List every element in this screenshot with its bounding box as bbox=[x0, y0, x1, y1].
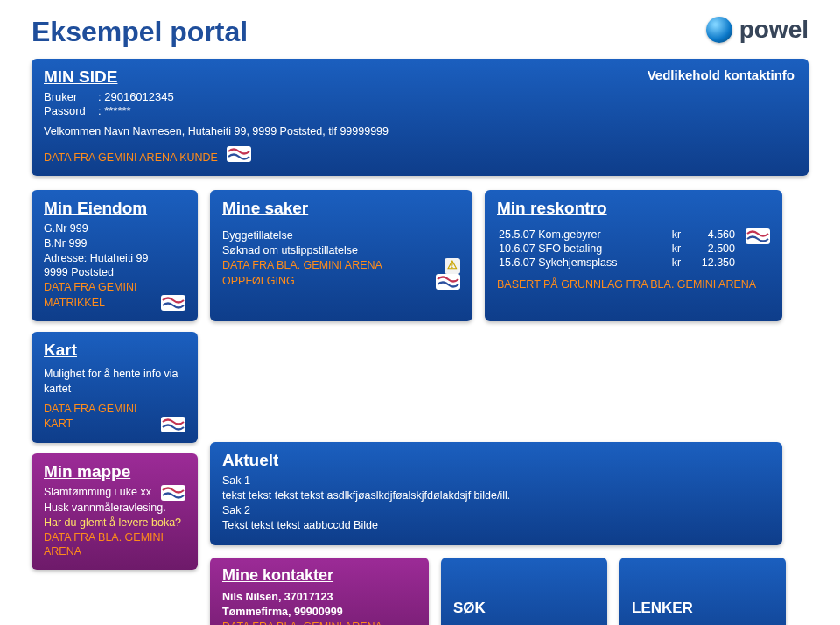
velkommen-text: Velkommen Navn Navnesen, Hutaheiti 99, 9… bbox=[44, 124, 796, 139]
brand-logo: powel bbox=[706, 16, 808, 44]
aktuelt-sak2: Sak 2 bbox=[222, 503, 770, 518]
passord-value: : ****** bbox=[98, 104, 131, 117]
saker-src: DATA FRA BLA. GEMINI ARENA bbox=[222, 258, 382, 273]
sok-label: SØK bbox=[453, 600, 486, 617]
panel-reskontro: Min reskontro 25.5.07 Kom.gebyrerkr4.560… bbox=[485, 190, 782, 321]
saker-l2: Søknad om utslippstillatelse bbox=[222, 243, 460, 258]
vedlikehold-link[interactable]: Vedlikehold kontaktinfo bbox=[648, 67, 794, 82]
panel-eiendom: Min Eiendom G.Nr 999 B.Nr 999 Adresse: H… bbox=[32, 190, 198, 321]
kontakt-1: Nils Nilsen, 37017123 bbox=[222, 590, 416, 605]
wave-icon bbox=[161, 417, 186, 432]
panel-sok[interactable]: SØK bbox=[441, 558, 607, 625]
table-row: 25.5.07 Kom.gebyrerkr4.560 bbox=[499, 228, 735, 241]
kontakter-title[interactable]: Mine kontakter bbox=[222, 566, 416, 585]
aktuelt-s2-text: Tekst tekst tekst aabbccdd bbox=[222, 519, 351, 531]
minside-source: DATA FRA GEMINI ARENA KUNDE bbox=[44, 151, 218, 164]
aktuelt-s1-text: tekst tekst tekst tekst asdlkfjøaslkdjfø… bbox=[222, 489, 471, 502]
kontakt-2: Tømmefirma, 99900999 bbox=[222, 605, 416, 620]
saker-opp: OPPFØLGING bbox=[222, 274, 295, 289]
eiendom-gnr: G.Nr 999 bbox=[44, 221, 186, 236]
panel-aktuelt: Aktuelt Sak 1 tekst tekst tekst tekst as… bbox=[210, 442, 782, 545]
panel-kontakter: Mine kontakter Nils Nilsen, 37017123 Tøm… bbox=[210, 558, 429, 625]
reskontro-src: BASERT PÅ GRUNNLAG FRA BLA. GEMINI ARENA bbox=[497, 277, 770, 292]
sphere-icon bbox=[706, 17, 732, 43]
reskontro-title[interactable]: Min reskontro bbox=[497, 199, 770, 218]
aktuelt-s1-right: bilde/ill. bbox=[474, 489, 511, 502]
wave-icon bbox=[746, 228, 770, 244]
kart-src2: KART bbox=[44, 417, 73, 432]
table-row: 10.6.07 SFO betalingkr2.500 bbox=[499, 242, 735, 255]
table-row: 15.6.07 Sykehjemsplasskr12.350 bbox=[499, 256, 735, 269]
eiendom-adresse: Adresse: Hutaheiti 99 bbox=[44, 251, 186, 266]
kart-desc: Mulighet for å hente info via kartet bbox=[44, 367, 186, 397]
eiendom-src1: DATA FRA GEMINI bbox=[44, 280, 186, 295]
bruker-label: Bruker bbox=[44, 90, 93, 103]
eiendom-title[interactable]: Min Eiendom bbox=[44, 199, 186, 218]
brand-text: powel bbox=[739, 16, 808, 44]
panel-minside: Vedlikehold kontaktinfo MIN SIDE Bruker:… bbox=[32, 59, 808, 176]
aktuelt-sak1: Sak 1 bbox=[222, 474, 770, 488]
panel-saker: Mine saker Byggetillatelse Søknad om uts… bbox=[210, 190, 472, 321]
saker-l1: Byggetillatelse bbox=[222, 228, 460, 243]
wave-icon bbox=[436, 274, 460, 290]
saker-title[interactable]: Mine saker bbox=[222, 199, 460, 218]
alert-icon: ⚠ bbox=[444, 258, 460, 274]
wave-icon bbox=[227, 146, 251, 162]
lenker-label: LENKER bbox=[632, 600, 693, 617]
passord-label: Passord bbox=[44, 104, 93, 117]
kart-title[interactable]: Kart bbox=[44, 341, 186, 360]
wave-icon bbox=[161, 295, 186, 311]
bruker-value: : 29016012345 bbox=[98, 90, 174, 103]
reskontro-table: 25.5.07 Kom.gebyrerkr4.560 10.6.07 SFO b… bbox=[497, 227, 737, 270]
panel-kart: Kart Mulighet for å hente info via karte… bbox=[32, 332, 198, 443]
panel-lenker[interactable]: LENKER bbox=[620, 558, 786, 625]
kontakter-src: DATA FRA BLA. GEMINI ARENA bbox=[222, 620, 416, 625]
kart-src1: DATA FRA GEMINI bbox=[44, 402, 186, 417]
page-title: Eksempel portal bbox=[32, 16, 248, 48]
eiendom-poststed: 9999 Poststed bbox=[44, 265, 186, 280]
aktuelt-title[interactable]: Aktuelt bbox=[222, 451, 770, 470]
eiendom-bnr: B.Nr 999 bbox=[44, 236, 186, 251]
aktuelt-s2-right: Bilde bbox=[354, 519, 378, 531]
eiendom-src2: MATRIKKEL bbox=[44, 296, 105, 311]
